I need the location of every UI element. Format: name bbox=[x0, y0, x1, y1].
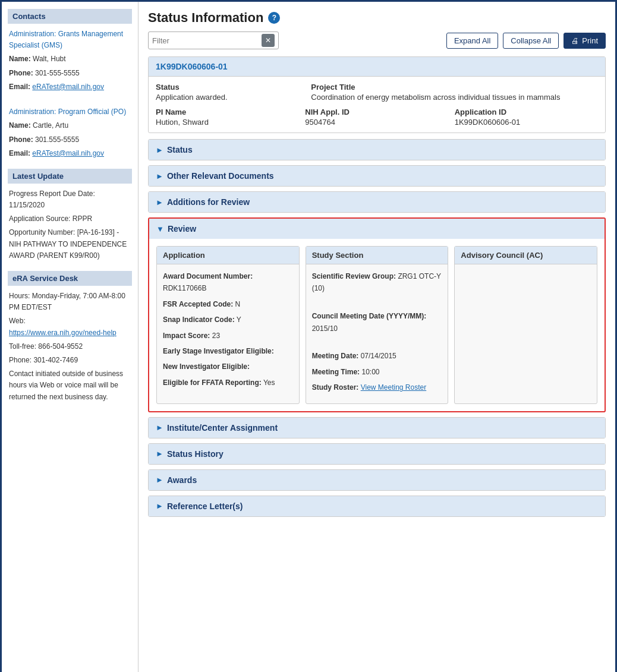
eligible-ffata-value: Yes bbox=[263, 378, 275, 387]
institute-accordion-header[interactable]: ► Institute/Center Assignment bbox=[149, 418, 605, 438]
meeting-date-row: Meeting Date: 07/14/2015 bbox=[312, 350, 442, 362]
other-docs-accordion-header[interactable]: ► Other Relevant Documents bbox=[149, 166, 605, 186]
advisory-council-col-header: Advisory Council (AC) bbox=[455, 247, 597, 264]
reference-chevron-icon: ► bbox=[156, 501, 163, 510]
era-desk-content: Hours: Monday-Friday, 7:00 AM-8:00 PM ED… bbox=[8, 291, 132, 403]
phone-label: Phone: bbox=[9, 356, 32, 364]
award-doc-number-label: Award Document Number: bbox=[163, 272, 253, 280]
study-section-col: Study Section Scientific Review Group: Z… bbox=[306, 246, 449, 404]
additions-accordion-header[interactable]: ► Additions for Review bbox=[149, 192, 605, 212]
status-history-accordion: ► Status History bbox=[148, 443, 606, 465]
additions-accordion: ► Additions for Review bbox=[148, 191, 606, 213]
app-source-value: RPPR bbox=[73, 214, 92, 223]
review-chevron-icon: ▼ bbox=[156, 225, 164, 234]
admin1-email-label: Email: bbox=[9, 83, 30, 91]
status-accordion: ► Status bbox=[148, 139, 606, 160]
admin2-email-link[interactable]: eRATest@mail.nih.gov bbox=[32, 149, 104, 157]
status-history-accordion-label: Status History bbox=[167, 449, 223, 459]
fsr-accepted-label: FSR Accepted Code: bbox=[163, 300, 233, 308]
admin1-phone-label: Phone: bbox=[9, 69, 33, 77]
reference-accordion: ► Reference Letter(s) bbox=[148, 496, 606, 517]
main-content: Status Information ? ✕ Expand All Collap… bbox=[138, 2, 615, 672]
grant-card: 1K99DK060606-01 Status Application award… bbox=[148, 56, 606, 133]
application-col-body: Award Document Number: RDK117066B FSR Ac… bbox=[157, 264, 299, 398]
admin1-email-link[interactable]: eRATest@mail.nih.gov bbox=[32, 83, 104, 91]
opportunity-label: Opportunity Number: bbox=[9, 228, 75, 236]
meeting-time-value: 10:00 bbox=[361, 368, 379, 376]
filter-input[interactable] bbox=[152, 36, 262, 45]
application-col-header: Application bbox=[157, 247, 299, 264]
admin1-name: Walt, Hubt bbox=[33, 55, 66, 63]
grant-id: 1K99DK060606-01 bbox=[149, 57, 605, 77]
study-roster-label: Study Roster: bbox=[312, 383, 359, 392]
page-title: Status Information bbox=[148, 10, 263, 26]
council-meeting-value: 2015/10 bbox=[312, 324, 338, 333]
collapse-all-button[interactable]: Collapse All bbox=[503, 33, 559, 49]
help-icon[interactable]: ? bbox=[268, 12, 280, 24]
institute-chevron-icon: ► bbox=[156, 423, 163, 432]
project-title-value: Coordination of energy metabolism across… bbox=[311, 93, 560, 102]
application-id-label: Application ID bbox=[455, 108, 598, 116]
snap-indicator-row: Snap Indicator Code: Y bbox=[163, 314, 293, 326]
review-accordion-header[interactable]: ▼ Review bbox=[149, 219, 605, 239]
admin1-name-label: Name: bbox=[9, 55, 31, 63]
fsr-accepted-value: N bbox=[235, 300, 241, 308]
review-columns: Application Award Document Number: RDK11… bbox=[156, 246, 597, 404]
advisory-council-col-body bbox=[455, 264, 597, 276]
sidebar: Contacts Administration: Grants Manageme… bbox=[2, 2, 138, 672]
impact-score-row: Impact Score: 23 bbox=[163, 330, 293, 342]
era-desk-title: eRA Service Desk bbox=[8, 271, 132, 286]
clear-filter-button[interactable]: ✕ bbox=[262, 34, 275, 47]
impact-score-label: Impact Score: bbox=[163, 332, 210, 340]
meeting-time-row: Meeting Time: 10:00 bbox=[312, 366, 442, 378]
other-docs-accordion-label: Other Relevant Documents bbox=[167, 171, 274, 181]
review-accordion-label: Review bbox=[168, 224, 196, 234]
status-chevron-icon: ► bbox=[156, 146, 163, 154]
print-button[interactable]: 🖨 Print bbox=[564, 33, 606, 49]
reference-accordion-header[interactable]: ► Reference Letter(s) bbox=[149, 496, 605, 516]
fsr-accepted-row: FSR Accepted Code: N bbox=[163, 298, 293, 310]
app-source-label: Application Source: bbox=[9, 214, 70, 223]
status-accordion-header[interactable]: ► Status bbox=[149, 140, 605, 160]
tollfree-value: 866-504-9552 bbox=[38, 342, 83, 351]
new-investigator-label: New Investigator Eligible: bbox=[163, 362, 250, 371]
print-label: Print bbox=[582, 36, 598, 45]
impact-score-value: 23 bbox=[212, 332, 220, 340]
review-accordion: ▼ Review Application Award Document Numb… bbox=[148, 217, 606, 412]
contact-note: Contact initiated outside of business ho… bbox=[9, 370, 123, 400]
expand-all-button[interactable]: Expand All bbox=[446, 33, 498, 49]
study-section-col-body: Scientific Review Group: ZRG1 OTC-Y (10)… bbox=[306, 264, 448, 403]
snap-indicator-value: Y bbox=[237, 316, 241, 324]
grant-row2: PI Name Hution, Shward NIH Appl. ID 9504… bbox=[156, 108, 598, 127]
latest-update-section: Latest Update Progress Report Due Date: … bbox=[8, 169, 132, 261]
snap-indicator-label: Snap Indicator Code: bbox=[163, 316, 235, 324]
admin2-email-label: Email: bbox=[9, 149, 30, 157]
status-history-accordion-header[interactable]: ► Status History bbox=[149, 444, 605, 464]
review-body: Application Award Document Number: RDK11… bbox=[149, 239, 605, 411]
application-col: Application Award Document Number: RDK11… bbox=[156, 246, 300, 404]
admin1-role: Administration: Grants Management Specia… bbox=[9, 30, 123, 49]
pi-name-value: Hution, Shward bbox=[156, 118, 209, 127]
other-docs-accordion: ► Other Relevant Documents bbox=[148, 165, 606, 187]
additions-chevron-icon: ► bbox=[156, 198, 163, 207]
contacts-section: Contacts Administration: Grants Manageme… bbox=[8, 9, 132, 159]
grant-card-body: Status Application awarded. Project Titl… bbox=[149, 77, 605, 132]
nih-appl-id-field: NIH Appl. ID 9504764 bbox=[305, 108, 448, 127]
contacts-content: Administration: Grants Management Specia… bbox=[8, 29, 132, 159]
awards-accordion-header[interactable]: ► Awards bbox=[149, 470, 605, 490]
progress-report-value: 11/15/2020 bbox=[9, 201, 45, 209]
admin2-name-label: Name: bbox=[9, 121, 31, 130]
status-field: Status Application awarded. bbox=[156, 83, 299, 102]
status-accordion-label: Status bbox=[167, 145, 193, 154]
nih-appl-id-label: NIH Appl. ID bbox=[305, 108, 448, 116]
printer-icon: 🖨 bbox=[571, 36, 579, 45]
admin2-phone-label: Phone: bbox=[9, 135, 33, 144]
admin2-name: Cartle, Artu bbox=[33, 121, 68, 130]
view-meeting-roster-link[interactable]: View Meeting Roster bbox=[361, 383, 427, 392]
nih-appl-id-value: 9504764 bbox=[305, 118, 335, 127]
eligible-ffata-label: Eligible for FFATA Reporting: bbox=[163, 378, 262, 387]
status-label: Status bbox=[156, 83, 299, 92]
web-link[interactable]: https://www.era.nih.gov/need-help bbox=[9, 329, 117, 337]
early-stage-label: Early Stage Investigator Eligible: bbox=[163, 347, 274, 355]
web-label: Web: bbox=[9, 317, 26, 325]
